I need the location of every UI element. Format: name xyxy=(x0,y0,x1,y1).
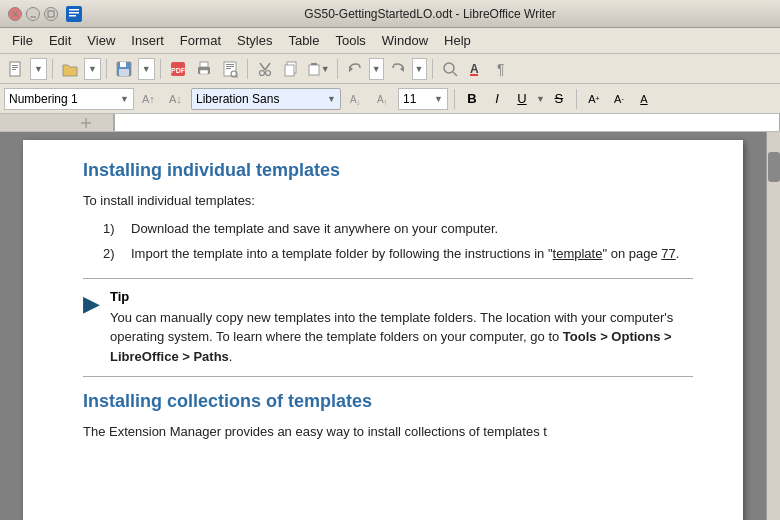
strike-label: S xyxy=(555,91,564,106)
underline-dropdown[interactable]: ▼ xyxy=(536,94,545,104)
separator-1 xyxy=(52,59,53,79)
document-area[interactable]: Installing individual templates To insta… xyxy=(0,132,766,520)
redo-button[interactable] xyxy=(386,57,410,81)
separator-2 xyxy=(106,59,107,79)
menu-tools[interactable]: Tools xyxy=(327,30,373,51)
bold-button[interactable]: B xyxy=(461,88,483,110)
menu-file[interactable]: File xyxy=(4,30,41,51)
undo-dropdown-button[interactable]: ▼ xyxy=(369,58,384,80)
section2-intro: The Extension Manager provides an easy w… xyxy=(83,422,693,442)
export-pdf-button[interactable]: PDF xyxy=(166,57,190,81)
minimize-button[interactable] xyxy=(26,7,40,21)
svg-rect-5 xyxy=(69,9,79,11)
font-chevron: ▼ xyxy=(327,94,336,104)
section1-heading: Installing individual templates xyxy=(83,160,693,181)
cut-button[interactable] xyxy=(253,57,277,81)
font-size-dropdown[interactable]: 11 ▼ xyxy=(398,88,448,110)
tip-content: Tip You can manually copy new templates … xyxy=(110,289,693,367)
menu-view[interactable]: View xyxy=(79,30,123,51)
open-dropdown-button[interactable]: ▼ xyxy=(84,58,101,80)
toolbar-standard: ▼ ▼ ▼ PDF ▼ ▼ ▼ xyxy=(0,54,780,84)
find-button[interactable] xyxy=(438,57,462,81)
svg-rect-21 xyxy=(226,64,234,65)
font-size-larger[interactable]: A↑ xyxy=(371,87,395,111)
tip-text: You can manually copy new templates into… xyxy=(110,308,693,367)
save-button[interactable] xyxy=(112,57,136,81)
svg-rect-11 xyxy=(12,69,16,70)
menu-table[interactable]: Table xyxy=(280,30,327,51)
paragraph-button[interactable]: ¶ xyxy=(490,57,514,81)
menu-insert[interactable]: Insert xyxy=(123,30,172,51)
print-button[interactable] xyxy=(192,57,216,81)
menu-help[interactable]: Help xyxy=(436,30,479,51)
save-dropdown-arrow: ▼ xyxy=(142,64,151,74)
svg-point-27 xyxy=(265,70,270,75)
copy-button[interactable] xyxy=(279,57,303,81)
list-num-1: 1) xyxy=(103,219,131,239)
title-bar: GS50-GettingStartedLO.odt - LibreOffice … xyxy=(0,0,780,28)
paste-dropdown-button[interactable]: ▼ xyxy=(305,58,332,80)
paste-arrow: ▼ xyxy=(321,64,330,74)
document-page: Installing individual templates To insta… xyxy=(23,140,743,520)
list-text-1: Download the template and save it anywhe… xyxy=(131,219,693,239)
new-dropdown-arrow: ▼ xyxy=(34,64,43,74)
font-size-smaller[interactable]: A↓ xyxy=(344,87,368,111)
svg-rect-14 xyxy=(119,69,129,76)
fmt-separator-1 xyxy=(454,89,455,109)
svg-rect-9 xyxy=(12,65,18,66)
svg-text:↓: ↓ xyxy=(356,98,360,107)
preview-button[interactable] xyxy=(218,57,242,81)
open-button[interactable] xyxy=(58,57,82,81)
font-label: Liberation Sans xyxy=(196,92,279,106)
svg-point-34 xyxy=(444,63,454,73)
vertical-scrollbar[interactable] xyxy=(766,132,780,520)
new-button[interactable] xyxy=(4,57,28,81)
app-icon xyxy=(66,6,82,22)
menu-styles[interactable]: Styles xyxy=(229,30,280,51)
subscript-button[interactable]: A- xyxy=(608,88,630,110)
save-dropdown-button[interactable]: ▼ xyxy=(138,58,155,80)
svg-rect-23 xyxy=(226,68,231,69)
svg-rect-31 xyxy=(309,65,319,75)
close-button[interactable] xyxy=(8,7,22,21)
numbered-list: 1) Download the template and save it any… xyxy=(103,219,693,264)
svg-rect-7 xyxy=(69,15,76,17)
menu-format[interactable]: Format xyxy=(172,30,229,51)
paragraph-style-dropdown[interactable]: Numbering 1 ▼ xyxy=(4,88,134,110)
svg-rect-29 xyxy=(285,65,294,76)
open-dropdown-arrow: ▼ xyxy=(88,64,97,74)
undo-button[interactable] xyxy=(343,57,367,81)
italic-button[interactable]: I xyxy=(486,88,508,110)
separator-3 xyxy=(160,59,161,79)
ruler-content: /* ticks generated below */ xyxy=(0,114,780,131)
svg-rect-10 xyxy=(12,67,18,68)
style-label: Numbering 1 xyxy=(9,92,78,106)
svg-line-25 xyxy=(236,76,237,77)
svg-text:A: A xyxy=(470,62,479,76)
menu-window[interactable]: Window xyxy=(374,30,436,51)
tip-arrow-icon: ▶ xyxy=(83,291,100,317)
section2-heading: Installing collections of templates xyxy=(83,391,693,412)
maximize-button[interactable] xyxy=(44,7,58,21)
superscript-button[interactable]: A+ xyxy=(583,88,605,110)
fontcolor-button[interactable]: A xyxy=(464,57,488,81)
svg-rect-18 xyxy=(200,62,208,67)
case-button[interactable]: A xyxy=(633,88,655,110)
svg-line-35 xyxy=(453,72,457,76)
window-controls xyxy=(8,7,58,21)
separator-4 xyxy=(247,59,248,79)
svg-point-26 xyxy=(259,70,264,75)
underline-button[interactable]: U xyxy=(511,88,533,110)
strikethrough-button[interactable]: S xyxy=(548,88,570,110)
style-clear-button[interactable]: A↓ xyxy=(164,87,188,111)
menu-edit[interactable]: Edit xyxy=(41,30,79,51)
redo-dropdown-button[interactable]: ▼ xyxy=(412,58,427,80)
new-dropdown-button[interactable]: ▼ xyxy=(30,58,47,80)
style-new-button[interactable]: A↑ xyxy=(137,87,161,111)
separator-5 xyxy=(337,59,338,79)
scrollbar-thumb[interactable] xyxy=(768,152,780,182)
svg-rect-3 xyxy=(48,11,54,17)
size-label: 11 xyxy=(403,92,416,106)
svg-rect-47 xyxy=(115,114,779,131)
font-name-dropdown[interactable]: Liberation Sans ▼ xyxy=(191,88,341,110)
